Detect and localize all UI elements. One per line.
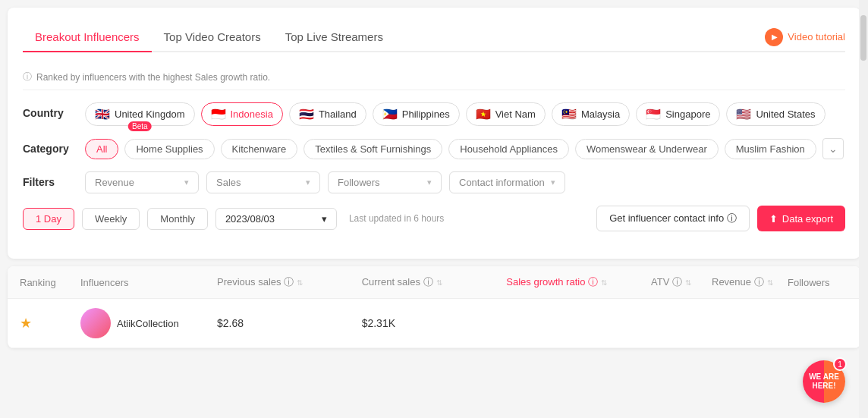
revenue-filter[interactable]: Revenue ▾ xyxy=(85,171,199,193)
info-icon: ⓘ xyxy=(23,71,32,83)
action-buttons: Get influencer contact info ⓘ ⬆ Data exp… xyxy=(596,206,845,231)
scrollbar[interactable] xyxy=(859,0,868,356)
sales-placeholder: Sales xyxy=(216,177,241,188)
country-btn-indonesia[interactable]: 🇮🇩 Indonesia xyxy=(201,102,283,126)
thailand-flag: 🇹🇭 xyxy=(299,107,314,121)
category-more-btn[interactable]: ⌄ xyxy=(822,138,844,159)
sales-filter[interactable]: Sales ▾ xyxy=(206,171,320,193)
tab-live-streamers[interactable]: Top Live Streamers xyxy=(273,23,395,52)
curr-sales-cell: $2.31K xyxy=(362,317,507,329)
followers-placeholder: Followers xyxy=(338,177,380,188)
country-btn-vietnam[interactable]: 🇻🇳 Viet Nam xyxy=(466,102,546,126)
revenue-chevron: ▾ xyxy=(184,178,189,187)
th-growth: Sales growth ratio ⓘ ⇅ xyxy=(506,275,651,289)
thailand-label: Thailand xyxy=(319,108,357,120)
category-label: Category xyxy=(23,138,76,155)
category-btn-all[interactable]: All xyxy=(85,139,118,159)
category-btn-textiles[interactable]: Textiles & Soft Furnishings xyxy=(303,139,442,159)
country-btn-singapore[interactable]: 🇸🇬 Singapore xyxy=(636,102,720,126)
contact-filter[interactable]: Contact information ▾ xyxy=(449,171,565,193)
contact-chevron: ▾ xyxy=(551,178,555,187)
country-options: 🇬🇧 United Kingdom Beta 🇮🇩 Indonesia 🇹🇭 T… xyxy=(85,102,826,126)
video-tutorial-btn[interactable]: Video tutorial xyxy=(765,28,845,46)
followers-chevron: ▾ xyxy=(427,178,432,187)
export-icon: ⬆ xyxy=(769,213,778,225)
filters-label: Filters xyxy=(23,171,76,188)
export-btn[interactable]: ⬆ Data export xyxy=(757,206,845,231)
th-revenue: Revenue ⓘ ⇅ xyxy=(712,275,788,289)
export-label: Data export xyxy=(782,213,833,225)
th-prev-sales: Previous sales ⓘ ⇅ xyxy=(217,275,362,289)
contact-info-btn[interactable]: Get influencer contact info ⓘ xyxy=(596,206,750,231)
info-bar: ⓘ Ranked by influencers with the highest… xyxy=(23,64,845,90)
influencer-name[interactable]: AtiikCollection xyxy=(117,318,179,329)
followers-filter[interactable]: Followers ▾ xyxy=(328,171,442,193)
main-panel: Breakout Influencers Top Video Creators … xyxy=(8,8,860,259)
tab-video-creators[interactable]: Top Video Creators xyxy=(152,23,273,52)
th-ranking: Ranking xyxy=(20,275,80,289)
indonesia-label: Indonesia xyxy=(231,108,273,120)
info-text: Ranked by influencers with the highest S… xyxy=(36,72,270,83)
category-btn-kitchen[interactable]: Kitchenware xyxy=(221,139,298,159)
category-btn-muslim[interactable]: Muslim Fashion xyxy=(725,139,816,159)
period-weekly[interactable]: Weekly xyxy=(82,208,140,230)
category-options: All Home Supplies Kitchenware Textiles &… xyxy=(85,138,845,159)
country-btn-philippines[interactable]: 🇵🇭 Philippines xyxy=(373,102,460,126)
philippines-flag: 🇵🇭 xyxy=(382,107,398,121)
avatar-img xyxy=(80,308,111,338)
us-label: United States xyxy=(756,108,815,120)
period-1day[interactable]: 1 Day xyxy=(23,208,74,230)
table-row: ★ AtiikCollection $2.68 $2.31K xyxy=(8,299,860,348)
singapore-flag: 🇸🇬 xyxy=(646,107,661,121)
uk-label: United Kingdom xyxy=(115,108,185,120)
table-header: Ranking Influencers Previous sales ⓘ ⇅ C… xyxy=(8,266,860,299)
atv-sort[interactable]: ⇅ xyxy=(685,278,691,287)
category-btn-household[interactable]: Household Appliances xyxy=(448,139,569,159)
tabs-bar: Breakout Influencers Top Video Creators … xyxy=(23,23,845,52)
table-container: Ranking Influencers Previous sales ⓘ ⇅ C… xyxy=(8,266,860,348)
th-influencers: Influencers xyxy=(80,275,217,289)
prev-sales-cell: $2.68 xyxy=(217,317,362,329)
prev-sales-sort[interactable]: ⇅ xyxy=(297,278,303,287)
sales-chevron: ▾ xyxy=(306,178,310,187)
curr-sales-sort[interactable]: ⇅ xyxy=(436,278,442,287)
country-btn-thailand[interactable]: 🇹🇭 Thailand xyxy=(289,102,366,126)
country-btn-uk[interactable]: 🇬🇧 United Kingdom Beta xyxy=(85,102,195,126)
vietnam-flag: 🇻🇳 xyxy=(476,107,491,121)
date-picker[interactable]: 2023/08/03 ▾ xyxy=(215,208,337,230)
th-curr-sales: Current sales ⓘ ⇅ xyxy=(362,275,507,289)
contact-placeholder: Contact information xyxy=(459,177,545,188)
philippines-label: Philippines xyxy=(402,108,450,120)
play-icon xyxy=(765,28,783,46)
country-label: Country xyxy=(23,102,76,119)
indonesia-flag: 🇮🇩 xyxy=(211,107,226,121)
filters-row: Filters Revenue ▾ Sales ▾ Followers ▾ Co… xyxy=(23,171,845,193)
date-value: 2023/08/03 xyxy=(225,213,275,225)
malaysia-flag: 🇲🇾 xyxy=(561,107,577,121)
country-filter-row: Country 🇬🇧 United Kingdom Beta 🇮🇩 Indone… xyxy=(23,102,845,126)
update-info: Last updated in 6 hours xyxy=(349,213,444,224)
revenue-placeholder: Revenue xyxy=(95,177,134,188)
vietnam-label: Viet Nam xyxy=(495,108,536,120)
beta-badge: Beta xyxy=(128,121,152,131)
period-monthly[interactable]: Monthly xyxy=(147,208,208,230)
growth-sort[interactable]: ⇅ xyxy=(601,278,607,287)
singapore-label: Singapore xyxy=(665,108,710,120)
rank-cell: ★ xyxy=(20,315,80,332)
filter-selects: Revenue ▾ Sales ▾ Followers ▾ Contact in… xyxy=(85,171,565,193)
category-btn-home[interactable]: Home Supplies xyxy=(124,139,214,159)
uk-flag: 🇬🇧 xyxy=(95,107,110,121)
revenue-sort[interactable]: ⇅ xyxy=(767,278,773,287)
us-flag: 🇺🇸 xyxy=(736,107,751,121)
country-btn-us[interactable]: 🇺🇸 United States xyxy=(726,102,825,126)
tab-breakout[interactable]: Breakout Influencers xyxy=(23,23,152,52)
date-chevron: ▾ xyxy=(322,213,327,225)
category-btn-womens[interactable]: Womenswear & Underwear xyxy=(575,139,719,159)
video-tutorial-label: Video tutorial xyxy=(788,31,845,42)
th-atv: ATV ⓘ ⇅ xyxy=(651,275,712,289)
th-followers: Followers xyxy=(788,275,848,289)
country-btn-malaysia[interactable]: 🇲🇾 Malaysia xyxy=(552,102,630,126)
scrollbar-thumb[interactable] xyxy=(860,15,866,61)
time-row: 1 Day Weekly Monthly 2023/08/03 ▾ Last u… xyxy=(23,206,845,231)
malaysia-label: Malaysia xyxy=(581,108,620,120)
